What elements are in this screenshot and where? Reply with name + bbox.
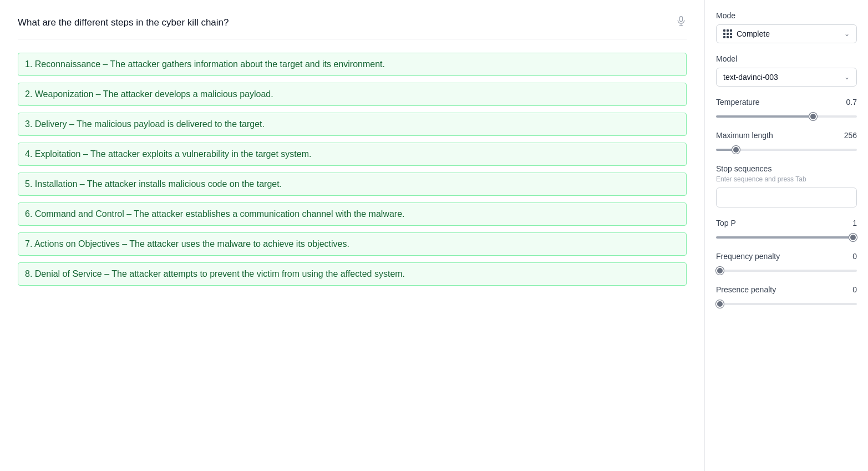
list-item: 6. Command and Control – The attacker es… — [18, 202, 687, 226]
mode-label: Mode — [716, 11, 857, 20]
complete-mode-icon — [723, 29, 732, 38]
list-item: 7. Actions on Objectives – The attacker … — [18, 232, 687, 256]
svg-rect-0 — [680, 17, 683, 22]
topp-slider[interactable] — [716, 236, 857, 239]
freq-value: 0 — [852, 252, 857, 261]
list-item: 8. Denial of Service – The attacker atte… — [18, 262, 687, 286]
topp-value: 1 — [852, 219, 857, 227]
freq-row: Frequency penalty 0 — [716, 252, 857, 261]
mode-select[interactable]: Complete ⌄ — [716, 24, 857, 43]
topp-label: Top P — [716, 219, 736, 227]
freq-section: Frequency penalty 0 — [716, 252, 857, 274]
freq-label: Frequency penalty — [716, 252, 780, 261]
presence-slider[interactable] — [716, 303, 857, 305]
presence-section: Presence penalty 0 — [716, 285, 857, 307]
topp-slider-container — [716, 231, 857, 241]
model-section: Model text-davinci-003 ⌄ — [716, 54, 857, 87]
main-content: What are the different steps in the cybe… — [0, 0, 704, 471]
model-label: Model — [716, 54, 857, 63]
model-select-value: text-davinci-003 — [723, 73, 778, 82]
stop-sequences-label: Stop sequences — [716, 164, 857, 173]
list-item: 5. Installation – The attacker installs … — [18, 173, 687, 196]
mode-section: Mode — [716, 11, 857, 43]
sidebar: Mode — [704, 0, 868, 471]
mode-select-value: Complete — [737, 29, 770, 38]
topp-section: Top P 1 — [716, 219, 857, 241]
freq-slider-container — [716, 264, 857, 274]
microphone-icon[interactable] — [676, 16, 687, 29]
response-list: 1. Reconnaissance – The attacker gathers… — [18, 53, 687, 286]
presence-slider-container — [716, 297, 857, 307]
temperature-value: 0.7 — [846, 98, 857, 107]
maxlength-slider-container — [716, 143, 857, 153]
list-item: 3. Delivery – The malicious payload is d… — [18, 113, 687, 136]
presence-value: 0 — [852, 285, 857, 294]
topp-row: Top P 1 — [716, 219, 857, 227]
list-item: 4. Exploitation – The attacker exploits … — [18, 143, 687, 166]
list-item: 1. Reconnaissance – The attacker gathers… — [18, 53, 687, 76]
temperature-section: Temperature 0.7 — [716, 98, 857, 120]
mode-select-content: Complete — [723, 29, 770, 38]
stop-sequences-input[interactable] — [716, 188, 857, 207]
presence-label: Presence penalty — [716, 285, 776, 294]
stop-sequences-section: Stop sequences Enter sequence and press … — [716, 164, 857, 207]
prompt-text: What are the different steps in the cybe… — [18, 13, 669, 30]
maxlength-section: Maximum length 256 — [716, 131, 857, 153]
stop-sequences-hint: Enter sequence and press Tab — [716, 175, 857, 183]
temperature-label: Temperature — [716, 98, 760, 107]
freq-slider[interactable] — [716, 270, 857, 272]
mode-chevron-icon: ⌄ — [844, 30, 850, 38]
temperature-slider-container — [716, 110, 857, 120]
prompt-area: What are the different steps in the cybe… — [18, 13, 687, 39]
maxlength-value: 256 — [844, 131, 857, 140]
temperature-row: Temperature 0.7 — [716, 98, 857, 107]
presence-row: Presence penalty 0 — [716, 285, 857, 294]
temperature-slider[interactable] — [716, 115, 857, 118]
maxlength-row: Maximum length 256 — [716, 131, 857, 140]
maxlength-label: Maximum length — [716, 131, 773, 140]
model-select[interactable]: text-davinci-003 ⌄ — [716, 68, 857, 87]
list-item: 2. Weaponization – The attacker develops… — [18, 83, 687, 106]
model-chevron-icon: ⌄ — [844, 73, 850, 81]
maxlength-slider[interactable] — [716, 149, 857, 151]
